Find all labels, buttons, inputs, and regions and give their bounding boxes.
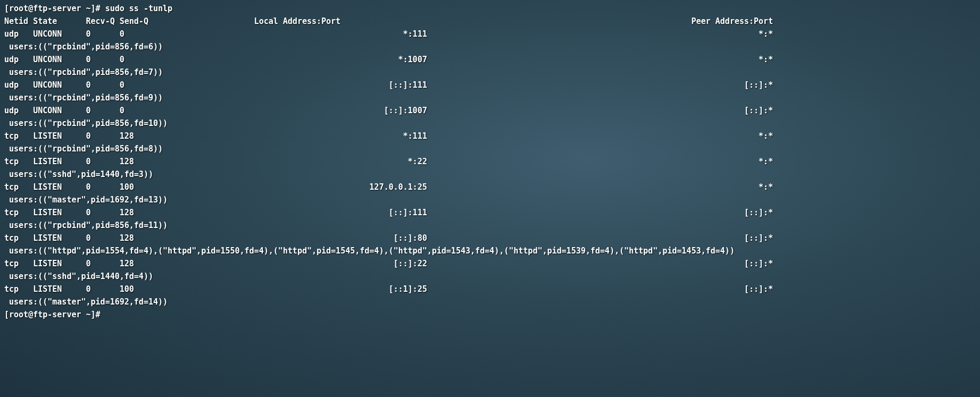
socket-row: tcp LISTEN 0 128 *:111 *:* xyxy=(4,130,976,142)
socket-users: users:(("sshd",pid=1440,fd=4)) xyxy=(4,270,976,283)
terminal-output[interactable]: [root@ftp-server ~]# sudo ss -tunlpNetid… xyxy=(0,0,980,323)
socket-users: users:(("httpd",pid=1554,fd=4),("httpd",… xyxy=(4,244,976,257)
socket-row: udp UNCONN 0 0 [::]:1007 [::]:* xyxy=(4,104,976,117)
command-line: [root@ftp-server ~]# sudo ss -tunlp xyxy=(4,2,976,15)
socket-users: users:(("rpcbind",pid=856,fd=10)) xyxy=(4,117,976,130)
socket-row: udp UNCONN 0 0 [::]:111 [::]:* xyxy=(4,79,976,91)
socket-users: users:(("rpcbind",pid=856,fd=9)) xyxy=(4,91,976,104)
socket-users: users:(("rpcbind",pid=856,fd=11)) xyxy=(4,219,976,232)
prompt-line: [root@ftp-server ~]# xyxy=(4,308,976,321)
socket-users: users:(("master",pid=1692,fd=13)) xyxy=(4,193,976,206)
socket-row: tcp LISTEN 0 128 [::]:111 [::]:* xyxy=(4,206,976,219)
socket-row: tcp LISTEN 0 128 [::]:22 [::]:* xyxy=(4,257,976,270)
socket-users: users:(("rpcbind",pid=856,fd=7)) xyxy=(4,66,976,79)
socket-row: tcp LISTEN 0 128 *:22 *:* xyxy=(4,155,976,168)
socket-row: udp UNCONN 0 0 *:111 *:* xyxy=(4,28,976,40)
socket-row: tcp LISTEN 0 100 127.0.0.1:25 *:* xyxy=(4,181,976,193)
socket-users: users:(("sshd",pid=1440,fd=3)) xyxy=(4,168,976,181)
socket-users: users:(("rpcbind",pid=856,fd=6)) xyxy=(4,40,976,53)
socket-users: users:(("master",pid=1692,fd=14)) xyxy=(4,295,976,308)
socket-users: users:(("rpcbind",pid=856,fd=8)) xyxy=(4,142,976,155)
socket-row: tcp LISTEN 0 100 [::1]:25 [::]:* xyxy=(4,283,976,295)
socket-row: udp UNCONN 0 0 *:1007 *:* xyxy=(4,53,976,66)
header-row: Netid State Recv-Q Send-Q Local Address:… xyxy=(4,15,976,28)
socket-row: tcp LISTEN 0 128 [::]:80 [::]:* xyxy=(4,232,976,244)
